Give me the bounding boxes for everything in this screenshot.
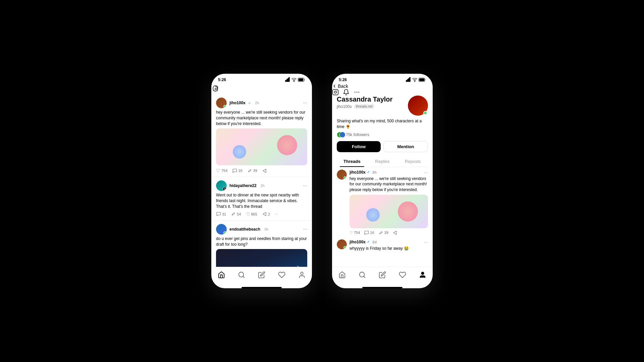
tab-threads[interactable]: Threads (337, 156, 367, 167)
thread-1-share[interactable] (392, 230, 397, 235)
nav-profile-feed[interactable] (296, 270, 308, 282)
thread-1-avatar (337, 170, 347, 180)
post-2: + hidayathere22 2h ··· Went out to dinne… (211, 177, 312, 220)
add-dot-2: + (223, 187, 227, 191)
wifi-icon-profile (412, 77, 417, 82)
svg-point-4 (294, 81, 294, 82)
nav-search-feed[interactable] (235, 270, 248, 282)
post-1-more[interactable]: ··· (303, 100, 307, 106)
post-1-comments[interactable]: 16 (232, 168, 242, 173)
comment-icon-t1 (364, 230, 369, 235)
more-icon[interactable] (354, 89, 360, 96)
thread-1-reposts[interactable]: 39 (378, 230, 388, 235)
profile-followers: 75k followers (337, 132, 428, 138)
thread-1-comments[interactable]: 16 (364, 230, 374, 235)
post-2-share-count: 2 (268, 212, 270, 216)
mention-button[interactable]: Mention (383, 141, 428, 152)
profile-name: Cassandra Taylor (337, 96, 392, 103)
svg-point-19 (355, 92, 356, 93)
profile-content: Cassandra Taylor jiho100x threads.net Sh… (332, 96, 433, 267)
tab-replies[interactable]: Replies (367, 156, 398, 167)
post-3-more[interactable]: ··· (303, 226, 307, 232)
post-2-reposts[interactable]: 54 (231, 212, 241, 217)
nav-compose-feed[interactable] (255, 270, 268, 282)
post-3-text: do u ever get pins and needles from star… (216, 236, 307, 247)
thread-1-user-info: jiho100x ✓ 2h (350, 170, 377, 175)
home-indicator-feed (241, 287, 282, 288)
thread-1-text: hey everyone ... we're still seeking ven… (350, 176, 428, 193)
thread-1-more[interactable]: ··· (424, 170, 428, 175)
back-button[interactable]: Back (332, 83, 433, 89)
followers-avatars (337, 132, 344, 138)
nav-likes-profile[interactable] (396, 270, 409, 282)
thread-1-actions: ♡ 754 16 39 (350, 230, 428, 235)
heart-icon-1: ♡ (216, 168, 220, 173)
nav-home-profile[interactable] (336, 270, 348, 282)
post-2-avatar: + (216, 180, 227, 191)
post-3-username[interactable]: endoatthebeach (229, 227, 260, 232)
post-2-comments[interactable]: 31 (216, 212, 226, 217)
post-2-share[interactable]: 2 (262, 212, 270, 217)
post-1-likes[interactable]: ♡ 754 (216, 168, 227, 173)
post-1-share[interactable] (262, 168, 267, 173)
repost-icon-1 (247, 168, 252, 173)
post-2-header: + hidayathere22 2h ··· (216, 180, 307, 191)
heart-icon-2: ♡ (246, 212, 250, 217)
svg-rect-12 (409, 78, 409, 82)
post-3-user: endoatthebeach 3h (216, 224, 268, 235)
nav-search-profile[interactable] (356, 270, 369, 282)
post-2-actions: 31 54 ♡ 865 2 ··· (216, 212, 307, 217)
svg-line-23 (364, 276, 365, 278)
thread-2-more[interactable]: ··· (424, 239, 428, 245)
share-icon-1 (262, 168, 267, 173)
thread-2-avatar (337, 239, 347, 249)
nav-home-feed[interactable] (215, 270, 228, 282)
thread-2-dot (343, 246, 346, 249)
post-2-user: + hidayathere22 2h (216, 180, 265, 191)
instagram-icon[interactable] (332, 89, 339, 96)
thread-1-repost-count: 39 (384, 231, 388, 235)
bottom-nav-feed (211, 267, 312, 286)
feed-list: jiho100x ✓ 2h ··· hey everyone ... we're… (211, 94, 312, 267)
tab-reposts[interactable]: Reposts (397, 156, 428, 167)
post-2-time: 2h (261, 184, 265, 188)
thread-1-username[interactable]: jiho100x (350, 170, 366, 175)
notification-icon[interactable] (343, 89, 350, 96)
post-3-time: 3h (264, 227, 268, 231)
post-1-username[interactable]: jiho100x (229, 101, 246, 105)
post-2-text: Went out to dinner at the new spot nearb… (216, 192, 307, 209)
thread-2-text: whyyyyy is Friday so far away 😭 (350, 246, 428, 251)
profile-bio: Sharing what's on my mind, 500 character… (337, 118, 428, 130)
thread-2-user-info: jiho100x ✓ 2d (350, 240, 377, 244)
profile-top: Cassandra Taylor jiho100x threads.net (337, 96, 428, 116)
home-indicator-profile (362, 287, 402, 288)
post-2-username[interactable]: hidayathere22 (229, 183, 257, 188)
post-1-reposts[interactable]: 39 (247, 168, 257, 173)
thread-1-like-count: 754 (354, 231, 360, 235)
threads-logo-feed (211, 83, 221, 93)
thread-1-image (350, 195, 428, 228)
thread-2-content: jiho100x ✓ 2d ··· whyyyyy is Friday so f… (350, 239, 428, 253)
heart-icon-t1: ♡ (350, 231, 353, 235)
nav-likes-feed[interactable] (275, 270, 288, 282)
nav-profile-profile[interactable] (416, 270, 429, 282)
nav-compose-profile[interactable] (376, 270, 389, 282)
post-1-time: 2h (255, 101, 259, 105)
thread-2-username[interactable]: jiho100x (350, 240, 366, 244)
post-1-avatar (216, 98, 227, 108)
post-2-more[interactable]: ··· (303, 183, 307, 189)
thread-1-likes[interactable]: ♡ 754 (350, 230, 360, 235)
post-2-comment-count: 31 (222, 212, 226, 216)
post-2-like-count: 865 (251, 212, 257, 216)
post-1-header: jiho100x ✓ 2h ··· (216, 98, 307, 108)
post-2-likes[interactable]: ♡ 865 (246, 212, 257, 217)
profile-nav-header: Back (332, 83, 433, 96)
back-chevron-icon (332, 84, 337, 88)
post-2-repost-count: 54 (237, 212, 241, 216)
phone-feed: 5:26 (211, 74, 312, 288)
profile-avatar (408, 96, 428, 116)
svg-line-8 (243, 276, 244, 278)
repost-icon-2 (231, 212, 236, 217)
post-3-header: endoatthebeach 3h ··· (216, 224, 307, 235)
follow-button[interactable]: Follow (337, 141, 381, 152)
